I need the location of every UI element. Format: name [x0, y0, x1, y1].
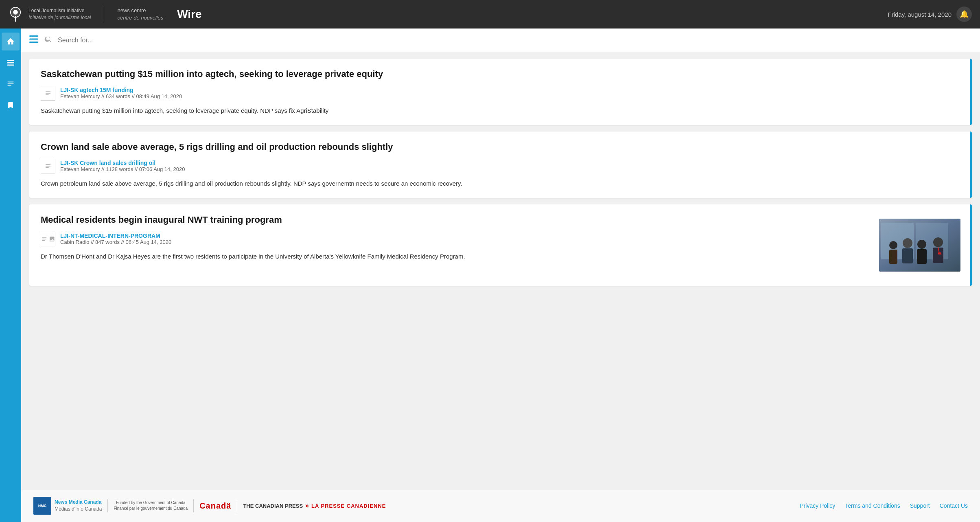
- article-type-icon: [41, 159, 55, 173]
- article-card[interactable]: Crown land sale above average, 5 rigs dr…: [29, 132, 972, 198]
- nmc-text: News Media Canada Médias d'Info Canada: [55, 499, 102, 513]
- privacy-policy-link[interactable]: Privacy Policy: [800, 502, 835, 509]
- logo-pin-icon: [8, 7, 23, 22]
- svg-point-17: [933, 237, 943, 247]
- sidebar-item-articles[interactable]: [2, 75, 20, 93]
- wire-title: Wire: [177, 8, 201, 21]
- article-meta: LJI-SK agtech 15M funding Estevan Mercur…: [41, 86, 960, 101]
- article-title: Crown land sale above average, 5 rigs dr…: [41, 141, 960, 153]
- svg-rect-14: [902, 248, 913, 263]
- contact-us-link[interactable]: Contact Us: [940, 502, 968, 509]
- svg-rect-3: [7, 62, 14, 63]
- header-logo: Local Journalism Initiative Initiative d…: [8, 6, 202, 22]
- sidebar: [0, 29, 21, 522]
- news-centre-label: news centre centre de nouvelles: [117, 7, 163, 22]
- search-input[interactable]: [58, 37, 972, 44]
- header-divider: [104, 6, 104, 22]
- notification-bell-button[interactable]: 🔔: [956, 7, 972, 22]
- svg-rect-18: [933, 248, 943, 263]
- article-description: Crown petroleum land sale above average,…: [41, 179, 960, 189]
- article-meta-text: LJI-SK agtech 15M funding Estevan Mercur…: [60, 87, 182, 99]
- article-card[interactable]: Medical residents begin inaugural NWT tr…: [29, 204, 972, 286]
- article-title: Medical residents begin inaugural NWT tr…: [41, 214, 871, 226]
- article-meta: LJI-NT-MEDICAL-INTERN-PROGRAM Cabin Radi…: [41, 232, 960, 246]
- canadian-press-logo: THE CANADIAN PRESS » LA PRESSE CANADIENN…: [243, 502, 386, 509]
- footer-links: Privacy Policy Terms and Conditions Supp…: [800, 502, 968, 509]
- menu-icon[interactable]: [29, 35, 38, 45]
- footer-divider: [107, 499, 108, 512]
- svg-rect-16: [917, 249, 927, 264]
- header-date: Friday, august 14, 2020: [888, 11, 952, 18]
- funded-text-block: Funded by the Government of Canada Finan…: [114, 500, 188, 511]
- sidebar-item-bookmarks[interactable]: [2, 96, 20, 114]
- svg-rect-5: [29, 35, 38, 37]
- svg-rect-12: [889, 250, 897, 264]
- header: Local Journalism Initiative Initiative d…: [0, 0, 980, 29]
- article-info: Estevan Mercury // 634 words // 08:49 Au…: [60, 93, 182, 99]
- svg-rect-7: [29, 42, 38, 43]
- article-description: Saskatchewan putting $15 million into ag…: [41, 106, 960, 116]
- footer-logos: NMC News Media Canada Médias d'Info Cana…: [33, 497, 386, 515]
- article-info: Cabin Radio // 847 words // 06:45 Aug 14…: [60, 239, 171, 245]
- search-icon: [44, 35, 52, 45]
- article-card[interactable]: Saskatchewan putting $15 million into ag…: [29, 59, 972, 125]
- main-content: Saskatchewan putting $15 million into ag…: [21, 52, 980, 489]
- sidebar-item-home[interactable]: [2, 33, 20, 50]
- article-meta-text: LJI-SK Crown land sales drilling oil Est…: [60, 160, 185, 172]
- article-info: Estevan Mercury // 1128 words // 07:06 A…: [60, 166, 185, 172]
- svg-point-11: [889, 241, 897, 249]
- svg-rect-4: [7, 65, 14, 66]
- svg-rect-20: [938, 252, 941, 254]
- header-org-name: Local Journalism Initiative Initiative d…: [28, 7, 91, 21]
- sidebar-item-menu[interactable]: [2, 54, 20, 72]
- article-meta: LJI-SK Crown land sales drilling oil Est…: [41, 159, 960, 173]
- article-title: Saskatchewan putting $15 million into ag…: [41, 68, 960, 80]
- terms-conditions-link[interactable]: Terms and Conditions: [845, 502, 900, 509]
- canada-wordmark: Canadä: [199, 501, 231, 511]
- svg-point-1: [13, 10, 18, 14]
- support-link[interactable]: Support: [910, 502, 930, 509]
- search-bar: [21, 29, 980, 52]
- article-type-icon: [41, 232, 55, 246]
- svg-rect-6: [29, 39, 38, 40]
- news-media-canada-logo: NMC News Media Canada Médias d'Info Cana…: [33, 497, 102, 515]
- svg-point-13: [903, 238, 912, 248]
- thumbnail-image: [879, 219, 960, 272]
- svg-rect-2: [7, 60, 14, 61]
- article-thumbnail: [879, 219, 960, 272]
- article-meta-text: LJI-NT-MEDICAL-INTERN-PROGRAM Cabin Radi…: [60, 232, 171, 245]
- footer-divider2: [193, 499, 194, 512]
- footer-divider3: [237, 499, 237, 512]
- svg-point-15: [917, 240, 926, 249]
- article-description: Dr Thomsen D'Hont and Dr Kajsa Heyes are…: [41, 252, 867, 261]
- layout: Saskatchewan putting $15 million into ag…: [0, 29, 980, 522]
- footer: NMC News Media Canada Médias d'Info Cana…: [21, 489, 980, 522]
- article-type-icon: [41, 86, 55, 101]
- nmc-logo-box: NMC: [33, 497, 51, 515]
